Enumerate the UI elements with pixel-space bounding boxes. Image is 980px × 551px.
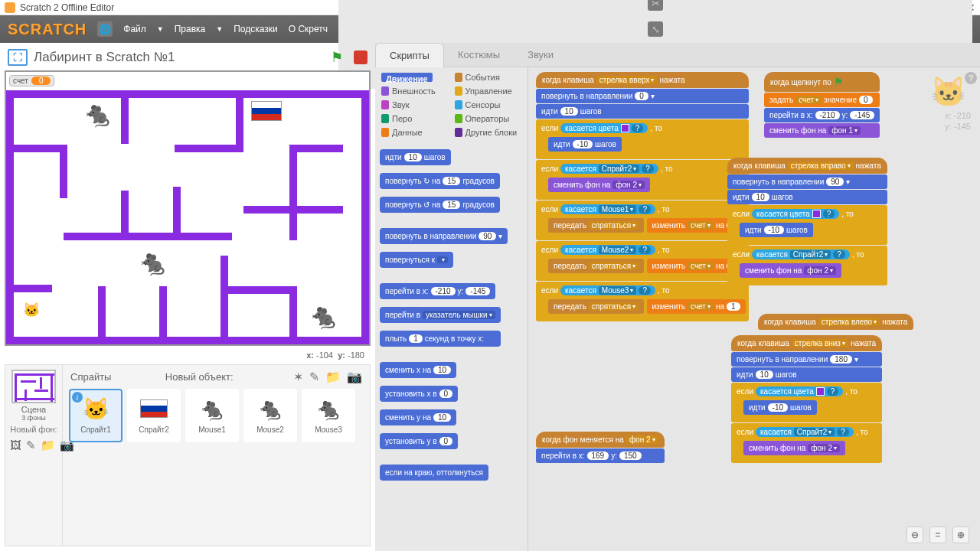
tabs: Скрипты Костюмы Звуки <box>375 43 980 67</box>
menu-about[interactable]: О Скретч <box>289 24 328 34</box>
sprite-item[interactable]: 🐁Mouse1 <box>185 389 239 442</box>
script-stack[interactable]: когда клавишастрелка вправонажата поверн… <box>727 158 887 285</box>
block-turn-ccw[interactable]: повернуть ↺ на15градусов <box>380 197 500 213</box>
tab-scripts[interactable]: Скрипты <box>375 43 444 67</box>
mouse-sprite: 🐁 <box>309 302 339 331</box>
zoom-in-icon[interactable]: ⊕ <box>952 527 969 543</box>
script-stack[interactable]: когда фон меняется нафон 2 перейти в x:1… <box>536 432 665 463</box>
score-monitor[interactable]: счет0 <box>9 75 54 86</box>
sprite-upload-icon[interactable]: 📁 <box>325 370 341 384</box>
category-motion[interactable]: Движение <box>378 70 452 84</box>
sprite-item[interactable]: 🐁Mouse2 <box>243 389 297 442</box>
category-control[interactable]: Управление <box>452 84 525 98</box>
menu-edit[interactable]: Правка <box>175 24 206 34</box>
block-change-x[interactable]: сменить x на10 <box>380 362 456 378</box>
backdrop-upload-icon[interactable]: 📁 <box>41 439 55 452</box>
tab-sounds[interactable]: Звуки <box>514 43 567 67</box>
canvas-help-icon[interactable]: ? <box>965 72 977 84</box>
script-stack[interactable]: когда клавишастрелка вверхнажата поверну… <box>536 72 749 321</box>
category-sensing[interactable]: Сенсоры <box>452 98 525 112</box>
mouse-sprite: 🐁 <box>83 99 113 129</box>
new-backdrop-label: Новый фон: <box>8 422 59 437</box>
block-glide[interactable]: плыть1секунд в точку x: <box>380 331 501 347</box>
grow-icon[interactable]: ⤡ <box>648 21 663 37</box>
block-goto[interactable]: перейти вуказатель мышки <box>380 307 501 323</box>
block-change-y[interactable]: сменить y на10 <box>380 409 456 425</box>
stop-button[interactable] <box>354 51 368 64</box>
sprite-xy-label: x: -210y: -145 <box>945 110 971 132</box>
category-list: Движение События Внешность Управление Зв… <box>378 70 524 139</box>
zoom-reset-icon[interactable]: = <box>929 527 946 543</box>
info-icon[interactable]: i <box>72 392 83 403</box>
menu-tips[interactable]: Подсказки <box>234 24 278 34</box>
sprite-library-icon[interactable]: ✶ <box>293 370 303 384</box>
menu-file[interactable]: Файл <box>123 24 146 34</box>
sprite-camera-icon[interactable]: 📷 <box>347 370 362 384</box>
new-object-label: Новый объект: <box>165 371 234 383</box>
stage-header: ⛶ Лабиринт в Scratch №1 ⚑ <box>5 47 371 67</box>
stage[interactable]: счет0 <box>5 70 371 346</box>
script-stack[interactable]: когда клавишастрелка влевонажата <box>758 314 913 330</box>
flag-sprite <box>251 101 282 121</box>
green-flag-icon[interactable]: ⚑ <box>331 49 348 66</box>
mouse-sprite: 🐁 <box>138 248 168 277</box>
block-set-x[interactable]: установить x в0 <box>380 386 458 402</box>
window-title: Scratch 2 Offline Editor <box>20 2 114 13</box>
fullscreen-icon[interactable]: ⛶ <box>8 49 28 66</box>
category-pen[interactable]: Перо <box>378 112 452 126</box>
cat-sprite: 🐱 <box>23 302 40 318</box>
stage-thumbnail[interactable] <box>11 370 56 403</box>
tab-costumes[interactable]: Костюмы <box>444 43 514 67</box>
category-sound[interactable]: Звук <box>378 98 452 112</box>
block-edge-bounce[interactable]: если на краю, оттолкнуться <box>380 465 488 481</box>
block-turn-cw[interactable]: повернуть ↻ на15градусов <box>380 173 500 189</box>
stage-backdrops: 3 фоны <box>8 414 59 422</box>
sprites-label: Спрайты <box>70 371 111 383</box>
script-canvas[interactable]: ? 🐱 x: -210y: -145 когда клавишастрелка … <box>528 67 980 551</box>
stage-coords: x: -104 y: -180 <box>5 349 371 361</box>
block-point-to[interactable]: повернуться к <box>380 252 453 268</box>
block-point-dir[interactable]: повернуть в направлении90▾ <box>380 228 508 244</box>
category-events[interactable]: События <box>452 70 525 84</box>
backdrop-paint-icon[interactable]: ✎ <box>26 439 36 452</box>
category-looks[interactable]: Внешность <box>378 84 452 98</box>
category-data[interactable]: Данные <box>378 126 452 139</box>
stage-label: Сцена <box>8 405 59 414</box>
sprite-item[interactable]: Спрайт2 <box>127 389 181 442</box>
block-move[interactable]: идти10шагов <box>380 149 451 165</box>
block-goto-xy[interactable]: перейти в x:-210y:-145 <box>380 283 495 299</box>
duplicate-icon[interactable]: ✂ <box>648 0 663 11</box>
globe-icon[interactable]: 🌐 <box>97 21 113 37</box>
category-more[interactable]: Другие блоки <box>452 126 525 139</box>
block-palette: Движение События Внешность Управление Зв… <box>375 67 528 551</box>
category-operators[interactable]: Операторы <box>452 112 525 126</box>
script-stack[interactable]: когда щелкнут по⚑ задатьсчетзначение0 пе… <box>764 72 880 138</box>
script-stack[interactable]: когда клавишастрелка внизнажата повернут… <box>731 335 882 463</box>
sprite-item[interactable]: 🐁Mouse3 <box>302 389 355 442</box>
project-title[interactable]: Лабиринт в Scratch №1 <box>34 50 325 65</box>
sprite-thumbnail-icon: 🐱 <box>930 75 966 109</box>
scratch-logo[interactable]: SCRATCH <box>8 21 87 38</box>
app-icon <box>5 2 15 13</box>
menubar: SCRATCH 🌐 Файл▼ Правка▼ Подсказки О Скре… <box>0 15 980 43</box>
sprite-paint-icon[interactable]: ✎ <box>309 370 319 384</box>
sprite-panel: Сцена 3 фоны Новый фон: 🖼 ✎ 📁 📷 Спрайты … <box>5 364 371 546</box>
zoom-out-icon[interactable]: ⊖ <box>906 527 923 543</box>
sprite-item[interactable]: i🐱Спрайт1 <box>69 389 122 442</box>
block-set-y[interactable]: установить y в0 <box>380 433 458 449</box>
zoom-controls: ⊖ = ⊕ <box>906 527 969 543</box>
backdrop-library-icon[interactable]: 🖼 <box>10 439 21 452</box>
